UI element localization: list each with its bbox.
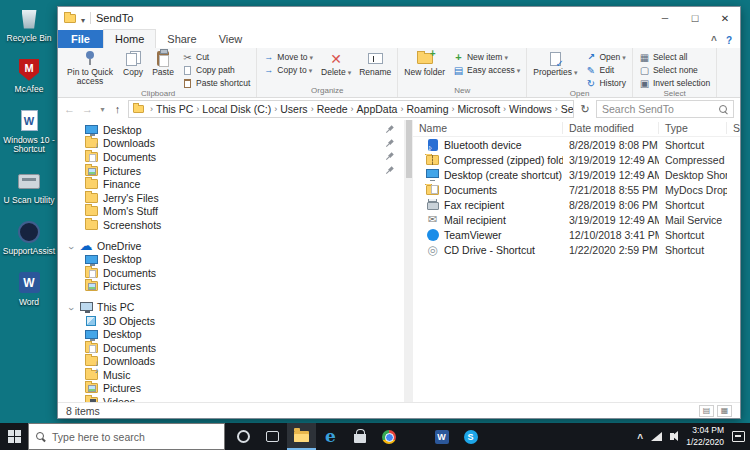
nav-item-pc-downloads[interactable]: Downloads <box>58 355 404 369</box>
chevron-down-icon[interactable] <box>66 298 75 316</box>
column-header-type[interactable]: Type <box>659 122 727 134</box>
nav-item-videos[interactable]: Videos <box>58 395 404 402</box>
nav-item-onedrive-documents[interactable]: Documents <box>58 266 404 280</box>
desktop-icon-windows10-shortcut[interactable]: Windows 10 - Shortcut <box>2 108 56 156</box>
up-button[interactable]: ↑ <box>110 103 125 115</box>
title-bar[interactable]: SendTo <box>58 7 740 29</box>
nav-item-screenshots[interactable]: Screenshots <box>58 218 404 232</box>
nav-item-onedrive-pictures[interactable]: Pictures <box>58 280 404 294</box>
minimize-button[interactable] <box>650 7 680 29</box>
maximize-button[interactable] <box>680 7 710 29</box>
file-row-cd-drive-shortcut[interactable]: CD Drive - Shortcut 1/22/2020 2:59 PM Sh… <box>413 242 740 257</box>
close-button[interactable] <box>710 7 740 29</box>
nav-item-pc-pictures[interactable]: Pictures <box>58 382 404 396</box>
action-center-icon[interactable] <box>732 431 745 442</box>
tab-view[interactable]: View <box>208 30 254 48</box>
search-box[interactable]: Search SendTo <box>596 100 734 118</box>
breadcrumb-windows[interactable]: Windows <box>509 103 552 115</box>
nav-item-downloads[interactable]: Downloads <box>58 137 404 151</box>
recent-locations-chevron-icon[interactable]: ▾ <box>98 105 107 114</box>
easy-access-button[interactable]: Easy access <box>450 64 523 76</box>
nav-item-desktop[interactable]: Desktop <box>58 123 404 137</box>
breadcrumb-users[interactable]: Users <box>280 103 307 115</box>
file-row-fax-recipient[interactable]: Fax recipient 8/28/2019 8:06 PM Shortcut <box>413 197 740 212</box>
breadcrumb-this-pc[interactable]: This PC <box>156 103 193 115</box>
copy-button[interactable]: Copy <box>119 49 147 78</box>
breadcrumb-sendto[interactable]: SendTo <box>561 103 574 115</box>
edit-button[interactable]: Edit <box>582 64 628 76</box>
nav-item-onedrive-desktop[interactable]: Desktop <box>58 252 404 266</box>
nav-item-moms-stuff[interactable]: Mom's Stuff <box>58 205 404 219</box>
select-none-button[interactable]: Select none <box>636 64 713 76</box>
breadcrumb-local-disk[interactable]: Local Disk (C:) <box>202 103 271 115</box>
breadcrumb-reede[interactable]: Reede <box>317 103 348 115</box>
open-button[interactable]: Open <box>582 51 628 63</box>
taskbar-search-box[interactable]: Type here to search <box>28 423 225 450</box>
tray-expand-chevron-icon[interactable] <box>637 428 643 446</box>
properties-button[interactable]: Properties <box>530 49 580 78</box>
paste-shortcut-button[interactable]: Paste shortcut <box>179 77 253 89</box>
tab-home[interactable]: Home <box>103 29 156 48</box>
tab-file[interactable]: File <box>58 30 103 48</box>
address-field[interactable]: This PC Local Disk (C:) Users Reede AppD… <box>128 100 574 118</box>
nav-item-finance[interactable]: Finance <box>58 177 404 191</box>
file-row-mail-recipient[interactable]: Mail recipient 3/19/2019 12:49 AM Mail S… <box>413 212 740 227</box>
new-folder-button[interactable]: New folder <box>401 49 448 78</box>
desktop-icon-word[interactable]: Word <box>2 270 56 308</box>
tab-share[interactable]: Share <box>156 30 207 48</box>
paste-button[interactable]: Paste <box>149 49 177 78</box>
chevron-down-icon[interactable] <box>66 237 75 255</box>
desktop-icon-recycle-bin[interactable]: Recycle Bin <box>2 6 56 44</box>
invert-selection-button[interactable]: Invert selection <box>636 77 713 89</box>
scrollbar-thumb[interactable] <box>406 120 412 178</box>
navigation-pane-scrollbar[interactable] <box>404 120 413 402</box>
delete-button[interactable]: Delete <box>318 49 354 78</box>
taskbar-icon-skype[interactable] <box>456 423 485 450</box>
file-row-teamviewer[interactable]: TeamViewer 12/10/2018 3:41 PM Shortcut <box>413 227 740 242</box>
taskbar-clock[interactable]: 3:04 PM 1/22/2020 <box>686 425 724 447</box>
nav-item-music[interactable]: Music <box>58 368 404 382</box>
forward-button[interactable]: → <box>80 103 95 115</box>
taskbar-icon-store[interactable] <box>345 423 374 450</box>
select-all-button[interactable]: Select all <box>636 51 713 63</box>
desktop-icon-supportassist[interactable]: SupportAssist <box>2 219 56 257</box>
move-to-button[interactable]: Move to <box>260 51 316 63</box>
start-button[interactable] <box>0 423 28 450</box>
taskbar-icon-file-explorer[interactable] <box>287 423 316 450</box>
nav-item-pc-documents[interactable]: Documents <box>58 341 404 355</box>
nav-item-3d-objects[interactable]: 3D Objects <box>58 314 404 328</box>
column-header-date-modified[interactable]: Date modified <box>563 122 659 134</box>
details-view-icon[interactable] <box>699 405 714 417</box>
history-button[interactable]: History <box>582 77 628 89</box>
file-row-compressed-folder[interactable]: Compressed (zipped) folder 3/19/2019 12:… <box>413 152 740 167</box>
nav-item-onedrive[interactable]: OneDrive <box>58 239 404 253</box>
taskbar-icon-cortana[interactable] <box>229 423 258 450</box>
quick-access-toolbar-chevron-icon[interactable] <box>81 9 85 27</box>
nav-item-this-pc[interactable]: This PC <box>58 300 404 314</box>
new-item-button[interactable]: New item <box>450 51 523 63</box>
taskbar-icon-chrome[interactable] <box>374 423 403 450</box>
refresh-icon[interactable] <box>577 103 593 116</box>
nav-item-documents[interactable]: Documents <box>58 150 404 164</box>
file-row-bluetooth-device[interactable]: Bluetooth device 8/28/2019 8:08 PM Short… <box>413 137 740 152</box>
file-row-documents[interactable]: Documents 7/21/2018 8:55 PM MyDocs Drop … <box>413 182 740 197</box>
back-button[interactable]: ← <box>62 103 77 115</box>
cut-button[interactable]: Cut <box>179 51 253 63</box>
copy-to-button[interactable]: Copy to <box>260 64 316 76</box>
breadcrumb-microsoft[interactable]: Microsoft <box>457 103 500 115</box>
copy-path-button[interactable]: Copy path <box>179 64 253 76</box>
breadcrumb-roaming[interactable]: Roaming <box>406 103 448 115</box>
taskbar-icon-word[interactable] <box>427 423 456 450</box>
pin-to-quick-access-button[interactable]: Pin to Quick access <box>63 49 117 88</box>
column-header-name[interactable]: Name <box>413 122 563 134</box>
taskbar-icon-task-view[interactable] <box>258 423 287 450</box>
collapse-ribbon-icon[interactable] <box>711 30 717 48</box>
taskbar-icon-edge[interactable] <box>316 423 345 450</box>
desktop-icon-u-scan-utility[interactable]: U Scan Utility <box>2 168 56 206</box>
column-header-size[interactable]: Size <box>727 122 740 134</box>
help-icon[interactable] <box>726 30 732 48</box>
breadcrumb-appdata[interactable]: AppData <box>357 103 398 115</box>
nav-item-pc-desktop[interactable]: Desktop <box>58 327 404 341</box>
nav-item-pictures[interactable]: Pictures <box>58 164 404 178</box>
volume-icon[interactable] <box>670 433 674 440</box>
